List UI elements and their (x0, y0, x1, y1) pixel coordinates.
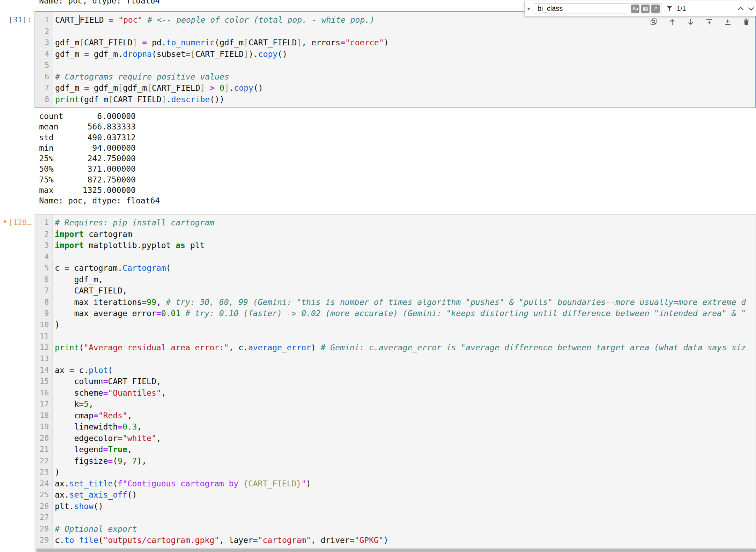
code-line: figsize=(9, 7), (55, 455, 756, 467)
whole-word-icon: ab (643, 6, 648, 11)
code-line: print(gdf_m[CART_FIELD].describe()) (55, 94, 755, 105)
line-number: 3 (35, 240, 52, 251)
code-line: CART_FIELD, (55, 285, 756, 297)
move-cell-up-button[interactable] (668, 17, 677, 27)
output-line: 75% 872.750000 (39, 174, 160, 185)
code-line (55, 512, 756, 523)
line-number: 28 (35, 523, 52, 535)
code-line: edgecolor="white", (55, 433, 756, 444)
code-line (55, 26, 755, 37)
line-number: 17 (35, 398, 52, 410)
line-number: 14 (35, 365, 52, 376)
search-filter-button[interactable] (665, 4, 674, 13)
line-number: 24 (35, 478, 52, 490)
code-line: k=5, (55, 398, 756, 410)
cell-output: count 6.000000mean 566.833333std 490.037… (39, 111, 160, 206)
line-number: 19 (35, 421, 52, 433)
code-line: gdf_m = gdf_m.dropna(subset=[CART_FIELD]… (55, 49, 755, 60)
match-count: 1/1 (677, 5, 686, 13)
execution-count-cell-2: [128… (8, 217, 31, 229)
output-line: count 6.000000 (39, 111, 160, 121)
search-input-box: Aa ab .* (534, 3, 661, 14)
line-number: 18 (35, 410, 52, 422)
code-cell-1: 12345678 CART_FIELD = "poc" # <-- people… (35, 11, 756, 108)
line-number: 23 (35, 467, 52, 478)
output-line: min 94.000000 (39, 143, 160, 153)
code-line: gdf_m[CART_FIELD] = pd.to_numeric(gdf_m[… (55, 37, 755, 49)
line-number: 27 (35, 512, 52, 523)
insert-below-icon (724, 18, 732, 26)
line-number: 1 (35, 217, 52, 229)
code-line: max_average_error=0.01 # try: 0.10 (fast… (55, 308, 756, 319)
code-line: ) (55, 467, 756, 478)
code-line: column=CART_FIELD, (55, 376, 756, 387)
delete-cell-button[interactable] (742, 17, 751, 27)
previous-match-button[interactable] (735, 3, 746, 14)
output-line: std 490.037312 (39, 132, 160, 143)
line-number: 2 (35, 26, 53, 37)
line-number: 11 (35, 330, 52, 342)
arrow-up-icon (668, 18, 676, 26)
line-number: 9 (35, 308, 52, 319)
move-cell-down-button[interactable] (686, 17, 695, 27)
code-line: ax.set_axis_off() (55, 489, 756, 501)
code-line: ax = c.plot( (55, 365, 756, 376)
code-line: # Cartograms require positive values (55, 71, 755, 83)
code-line: ) (55, 319, 756, 331)
line-number: 4 (35, 251, 52, 263)
line-number: 12 (35, 342, 52, 353)
code-line: c = cartogram.Cartogram( (55, 262, 756, 274)
scrollback-output-line: Name: poc, dtype: float64 (39, 0, 160, 6)
line-number: 25 (35, 489, 52, 501)
line-number: 26 (35, 501, 52, 512)
chevron-down-icon (747, 4, 756, 13)
line-number: 2 (35, 229, 52, 240)
code-line (55, 251, 756, 263)
code-line (55, 330, 756, 342)
insert-cell-below-button[interactable] (723, 17, 732, 27)
line-number: 21 (35, 444, 52, 455)
code-line: # Optional export (55, 523, 756, 535)
line-number: 7 (35, 285, 52, 297)
line-number: 5 (35, 60, 53, 71)
line-number: 10 (35, 319, 52, 331)
cell-toolbar (649, 17, 751, 27)
code-line: import matplotlib.pyplot as plt (55, 240, 756, 251)
line-number-gutter: 1234567891011121314151617181920212223242… (35, 215, 53, 552)
code-cell-2: 1234567891011121314151617181920212223242… (35, 214, 756, 552)
line-number: 3 (35, 37, 53, 49)
match-case-toggle[interactable]: Aa (631, 5, 639, 13)
insert-cell-above-button[interactable] (705, 17, 714, 27)
code-line: gdf_m, (55, 274, 756, 285)
line-number: 22 (35, 455, 52, 467)
funnel-icon (666, 5, 673, 12)
code-line: scheme="Quantiles", (55, 387, 756, 399)
regex-icon: .* (654, 6, 657, 11)
regex-toggle[interactable]: .* (651, 5, 660, 13)
code-line: c.to_file("outputs/cartogram.gpkg", laye… (55, 535, 756, 546)
line-number: 6 (35, 71, 53, 83)
chevron-up-icon (736, 4, 745, 13)
line-number: 6 (35, 274, 52, 285)
duplicate-cell-button[interactable] (649, 17, 658, 27)
code-line (55, 60, 755, 71)
expand-replace-icon[interactable]: ▸ (525, 5, 534, 12)
line-number: 13 (35, 353, 52, 365)
line-number: 15 (35, 376, 52, 387)
line-number: 8 (35, 297, 52, 308)
code-line: legend=True, (55, 444, 756, 455)
code-line (55, 353, 756, 365)
code-line: import cartogram (55, 229, 756, 240)
code-line: plt.show() (55, 501, 756, 512)
running-cell-dot (3, 220, 6, 223)
line-number: 7 (35, 82, 53, 94)
whole-word-toggle[interactable]: ab (641, 5, 650, 13)
line-number: 5 (35, 262, 52, 274)
output-line: max 1325.000000 (39, 185, 160, 195)
next-match-button[interactable] (746, 3, 756, 14)
search-input[interactable] (538, 5, 629, 13)
line-number: 1 (35, 14, 53, 26)
horizontal-scrollbar[interactable] (36, 549, 756, 552)
output-line: 25% 242.750000 (39, 153, 160, 164)
code-editor[interactable]: # Requires: pip install cartogramimport … (53, 215, 756, 552)
